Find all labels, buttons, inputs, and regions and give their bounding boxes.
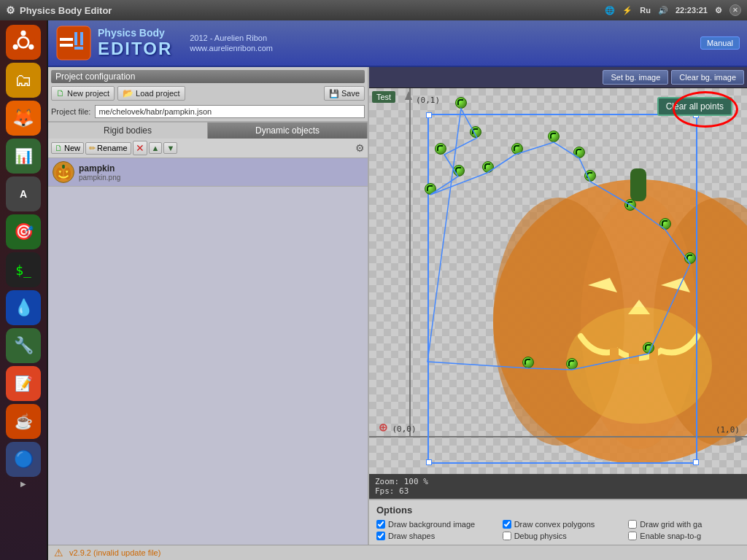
dock-app1[interactable]: 🔧 (6, 328, 41, 363)
ctrl-point-5[interactable] (425, 183, 436, 195)
dock-ubuntu[interactable] (6, 25, 41, 60)
ctrl-point-14[interactable] (643, 342, 654, 354)
project-file-input[interactable] (95, 105, 365, 118)
options-panel: Options Draw background image Draw conve… (369, 499, 747, 545)
draw-shapes-checkbox[interactable] (376, 532, 385, 540)
svg-rect-14 (62, 165, 65, 169)
dock-java[interactable]: ☕ (6, 404, 41, 439)
svg-rect-10 (74, 47, 83, 50)
zoom-label: Zoom: 100 % (375, 477, 741, 486)
draw-convex-checkbox[interactable] (503, 520, 511, 529)
app-logo-text: Physics Body EDITOR (98, 27, 172, 59)
draw-bg-checkbox[interactable] (376, 520, 385, 529)
dock-green[interactable]: 🎯 (6, 214, 41, 249)
svg-rect-8 (74, 32, 77, 45)
body-name: pampkin (79, 163, 120, 174)
save-icon: 💾 (329, 89, 339, 98)
svg-point-3 (28, 44, 34, 50)
save-button[interactable]: 💾 Save (324, 86, 365, 101)
warning-icon: ⚠ (54, 547, 63, 559)
body-thumbnail (53, 161, 74, 183)
header-right: Manual (700, 36, 740, 50)
option-debug-physics[interactable]: Debug physics (503, 532, 614, 540)
dynamic-objects-tab[interactable]: Dynamic objects (208, 122, 368, 139)
ctrl-point-10[interactable] (584, 170, 596, 182)
option-enable-snap[interactable]: Enable snap-to-g (628, 532, 740, 540)
svg-rect-6 (60, 38, 73, 41)
settings-icon: ⚙ (715, 6, 722, 15)
up-icon: ▲ (152, 144, 160, 152)
app-logo-icon (55, 25, 92, 61)
move-down-button[interactable]: ▼ (163, 142, 177, 154)
down-icon: ▼ (166, 144, 174, 152)
debug-physics-checkbox[interactable] (503, 532, 511, 540)
close-button[interactable]: ✕ (729, 4, 741, 16)
draw-grid-checkbox[interactable] (628, 520, 637, 529)
rigid-bodies-tab[interactable]: Rigid bodies (48, 122, 208, 139)
bodies-header: Rigid bodies Dynamic objects (48, 122, 368, 139)
settings-button[interactable]: ⚙ (355, 142, 365, 154)
dock-scroll-arrow[interactable]: ▶ (20, 480, 26, 488)
load-project-icon: 📂 (123, 88, 133, 98)
dock-monitor[interactable]: 📊 (6, 139, 41, 174)
ctrl-point-12[interactable] (659, 218, 671, 230)
set-bg-button[interactable]: Set bg. image (603, 70, 668, 85)
new-project-button[interactable]: 🗋 New project (51, 86, 115, 101)
option-draw-bg[interactable]: Draw background image (376, 520, 488, 529)
move-up-button[interactable]: ▲ (149, 142, 163, 154)
dock-anthy[interactable]: A (6, 176, 41, 211)
ctrl-point-8[interactable] (548, 131, 560, 142)
dock-blue[interactable]: 💧 (6, 290, 41, 325)
y-arrow (405, 91, 412, 100)
canvas-viewport[interactable]: Test (369, 88, 747, 474)
svg-point-26 (566, 307, 712, 424)
dock-globe[interactable]: 🔵 (6, 442, 41, 477)
clear-bg-button[interactable]: Clear bg. image (671, 70, 744, 85)
ctrl-point-7[interactable] (511, 143, 523, 155)
clear-all-points-button[interactable]: Clear all points (657, 97, 732, 116)
svg-rect-7 (60, 44, 73, 47)
delete-body-button[interactable]: ✕ (133, 141, 147, 155)
canvas-footer: Zoom: 100 % Fps: 63 (369, 474, 747, 499)
load-project-button[interactable]: 📂 Load project (117, 86, 185, 101)
ctrl-point-13[interactable] (684, 252, 696, 264)
rename-button[interactable]: ✏ Rename (85, 142, 131, 155)
lang-indicator: Ru (640, 6, 651, 15)
enable-snap-checkbox[interactable] (628, 532, 637, 540)
title-right: 🌐 ⚡ Ru 🔊 22:23:21 ⚙ ✕ (605, 4, 741, 16)
dock-files[interactable]: 🗂 (6, 63, 41, 98)
option-draw-convex[interactable]: Draw convex polygons (503, 520, 614, 529)
left-panel: Project configuration 🗋 New project 📂 Lo… (48, 67, 369, 545)
ctrl-point-15[interactable] (566, 358, 578, 370)
ctrl-point-4[interactable] (453, 165, 465, 176)
ctrl-point-3[interactable] (435, 143, 446, 155)
option-draw-grid[interactable]: Draw grid with ga (628, 520, 740, 529)
ctrl-point-2[interactable] (470, 126, 481, 138)
option-draw-shapes[interactable]: Draw shapes (376, 532, 488, 540)
main-layout: 🗂 🦊 📊 A 🎯 $_ 💧 🔧 📝 ☕ 🔵 ▶ (0, 20, 747, 560)
editor-label: EDITOR (98, 39, 172, 59)
app-title: Physics Body Editor (20, 5, 112, 16)
ctrl-point-9[interactable] (573, 147, 585, 158)
svg-point-4 (13, 44, 18, 50)
project-buttons: 🗋 New project 📂 Load project 💾 Save (51, 86, 365, 101)
ctrl-point-11[interactable] (624, 199, 636, 211)
new-body-button[interactable]: 🗋 New (51, 142, 84, 154)
svg-rect-9 (80, 32, 83, 45)
svg-point-2 (20, 31, 26, 36)
manual-button[interactable]: Manual (700, 36, 740, 50)
ctrl-point-1[interactable] (455, 97, 467, 109)
rename-icon: ✏ (89, 144, 96, 153)
dock-firefox[interactable]: 🦊 (6, 101, 41, 136)
origin-label: ⊕ (0,0) (379, 419, 417, 435)
pumpkin-svg (369, 88, 747, 474)
dock-writer[interactable]: 📝 (6, 366, 41, 401)
ctrl-point-16[interactable] (522, 357, 534, 368)
project-config-section: Project configuration 🗋 New project 📂 Lo… (48, 67, 368, 122)
ctrl-point-6[interactable] (482, 161, 494, 173)
dock-terminal[interactable]: $_ (6, 252, 41, 287)
body-item-pampkin[interactable]: pampkin pampkin.png (48, 158, 368, 187)
project-config-title: Project configuration (51, 70, 365, 83)
canvas-header: Set bg. image Clear bg. image (369, 67, 747, 88)
project-file-label: Project file: (51, 107, 90, 116)
